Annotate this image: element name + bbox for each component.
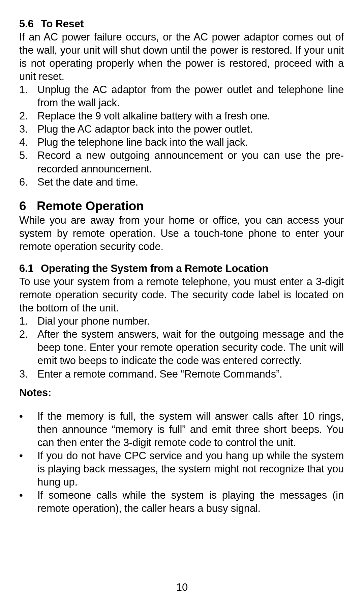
section-number: 6.1: [19, 262, 41, 275]
list-marker: 1.: [19, 314, 28, 328]
list-marker: 1.: [19, 83, 28, 96]
list-marker: 3.: [19, 367, 28, 381]
list-marker: 2.: [19, 109, 28, 122]
list-marker: 2.: [19, 328, 28, 341]
section-6-heading: 6Remote Operation: [19, 199, 344, 214]
list-marker: 4.: [19, 136, 28, 149]
bullet-icon: •: [19, 449, 23, 462]
section-title: To Reset: [41, 18, 84, 30]
list-item: •If you do not have CPC service and you …: [19, 449, 344, 489]
page-content: 5.6To Reset If an AC power failure occur…: [19, 17, 344, 515]
list-text: If someone calls while the system is pla…: [37, 489, 344, 514]
list-text: Unplug the AC adaptor from the power out…: [37, 84, 344, 109]
list-text: Replace the 9 volt alkaline battery with…: [37, 110, 270, 122]
list-item: 2.Replace the 9 volt alkaline battery wi…: [19, 109, 344, 122]
list-text: Plug the telephone line back into the wa…: [37, 136, 248, 148]
notes-label: Notes:: [19, 386, 344, 399]
section-title: Operating the System from a Remote Locat…: [41, 263, 268, 274]
list-text: Set the date and time.: [37, 176, 138, 188]
list-text: Enter a remote command. See “Remote Comm…: [37, 368, 282, 380]
section-title: Remote Operation: [37, 199, 144, 213]
section-6-1-heading: 6.1Operating the System from a Remote Lo…: [19, 262, 344, 275]
section-6-intro: While you are away from your home or off…: [19, 214, 344, 253]
list-text: Plug the AC adaptor back into the power …: [37, 123, 253, 135]
list-item: •If the memory is full, the system will …: [19, 410, 344, 449]
list-text: Dial your phone number.: [37, 315, 150, 327]
list-marker: 5.: [19, 149, 28, 162]
list-item: 1.Unplug the AC adaptor from the power o…: [19, 83, 344, 109]
section-6-1-intro: To use your system from a remote telepho…: [19, 275, 344, 314]
list-marker: 6.: [19, 175, 28, 189]
list-text: If the memory is full, the system will a…: [37, 410, 344, 448]
list-item: •If someone calls while the system is pl…: [19, 489, 344, 515]
bullet-icon: •: [19, 410, 23, 423]
section-number: 5.6: [19, 17, 41, 30]
list-item: 3.Plug the AC adaptor back into the powe…: [19, 122, 344, 136]
list-item: 1.Dial your phone number.: [19, 314, 344, 328]
list-text: Record a new outgoing announcement or yo…: [37, 149, 344, 174]
remote-steps-list: 1.Dial your phone number. 2.After the sy…: [19, 314, 344, 380]
list-text: After the system answers, wait for the o…: [37, 328, 344, 366]
bullet-icon: •: [19, 489, 23, 502]
reset-steps-list: 1.Unplug the AC adaptor from the power o…: [19, 83, 344, 188]
section-5-6-heading: 5.6To Reset: [19, 17, 344, 30]
section-number: 6: [19, 199, 37, 214]
list-marker: 3.: [19, 122, 28, 136]
list-item: 2.After the system answers, wait for the…: [19, 328, 344, 367]
page-number: 10: [0, 581, 364, 594]
list-item: 4.Plug the telephone line back into the …: [19, 136, 344, 149]
section-5-6-intro: If an AC power failure occurs, or the AC…: [19, 30, 344, 83]
list-item: 6.Set the date and time.: [19, 175, 344, 189]
notes-list: •If the memory is full, the system will …: [19, 410, 344, 515]
list-text: If you do not have CPC service and you h…: [37, 450, 344, 488]
list-item: 3.Enter a remote command. See “Remote Co…: [19, 367, 344, 381]
list-item: 5.Record a new outgoing announcement or …: [19, 149, 344, 175]
